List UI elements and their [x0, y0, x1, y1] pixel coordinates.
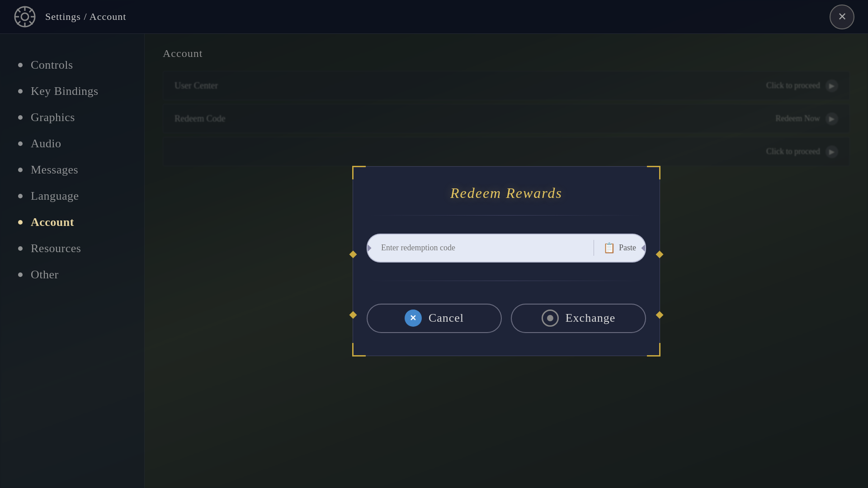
sidebar: Controls Key Bindings Graphics Audio Mes…: [0, 34, 145, 488]
dot-icon: [18, 63, 23, 67]
exchange-label: Exchange: [566, 311, 616, 325]
modal-title: Redeem Rewards: [353, 167, 660, 215]
cancel-label: Cancel: [429, 311, 464, 325]
main-panel: Account User Center Click to proceed ▶ R…: [145, 34, 868, 488]
diamond-decoration: [656, 250, 664, 258]
redemption-code-input[interactable]: [368, 235, 594, 262]
paste-label: Paste: [619, 243, 636, 253]
dot-icon: [18, 246, 23, 251]
sidebar-item-other[interactable]: Other: [14, 262, 131, 288]
sidebar-label-language: Language: [31, 189, 79, 203]
dot-icon: [18, 89, 23, 94]
close-button[interactable]: ✕: [830, 5, 854, 29]
paste-button[interactable]: 📋 Paste: [594, 235, 645, 262]
paste-icon: 📋: [603, 242, 615, 254]
cancel-button[interactable]: ✕ Cancel: [367, 304, 502, 333]
dot-icon: [18, 141, 23, 146]
exchange-icon: [542, 310, 559, 327]
sidebar-label-account: Account: [31, 216, 74, 229]
dot-icon: [18, 220, 23, 225]
sidebar-label-audio: Audio: [31, 137, 61, 150]
corner-decoration-bl: [352, 343, 366, 357]
sidebar-label-controls: Controls: [31, 58, 73, 72]
corner-decoration-tl: [352, 166, 366, 179]
exchange-icon-inner: [547, 315, 553, 321]
settings-container: Settings / Account ✕ Controls Key Bindin…: [0, 0, 868, 488]
sidebar-label-messages: Messages: [31, 163, 78, 177]
redemption-input-container: 📋 Paste: [367, 234, 646, 263]
sidebar-item-account[interactable]: Account: [14, 209, 131, 235]
sidebar-label-key-bindings: Key Bindings: [31, 84, 99, 98]
sidebar-item-language[interactable]: Language: [14, 183, 131, 209]
modal-overlay: Redeem Rewards 📋 Paste: [145, 34, 868, 488]
modal-divider-bottom: [367, 281, 646, 281]
sidebar-item-graphics[interactable]: Graphics: [14, 104, 131, 131]
sidebar-item-audio[interactable]: Audio: [14, 131, 131, 157]
header: Settings / Account ✕: [0, 0, 868, 34]
sidebar-item-key-bindings[interactable]: Key Bindings: [14, 78, 131, 104]
settings-icon: [14, 5, 36, 28]
svg-point-1: [21, 13, 28, 20]
sidebar-item-resources[interactable]: Resources: [14, 235, 131, 262]
corner-decoration-tr: [647, 166, 660, 179]
modal-button-row: ✕ Cancel Exchange: [353, 304, 660, 333]
dot-icon: [18, 168, 23, 172]
modal-divider-top: [367, 215, 646, 216]
dot-icon: [18, 272, 23, 277]
sidebar-label-other: Other: [31, 268, 59, 282]
cancel-icon: ✕: [405, 310, 422, 327]
diamond-decoration: [349, 250, 357, 258]
exchange-button[interactable]: Exchange: [511, 304, 646, 333]
dot-icon: [18, 115, 23, 120]
sidebar-item-messages[interactable]: Messages: [14, 157, 131, 183]
corner-decoration-br: [647, 343, 660, 357]
sidebar-label-graphics: Graphics: [31, 111, 75, 124]
sidebar-label-resources: Resources: [31, 242, 81, 255]
sidebar-item-controls[interactable]: Controls: [14, 52, 131, 78]
content-area: Controls Key Bindings Graphics Audio Mes…: [0, 34, 868, 488]
dot-icon: [18, 194, 23, 198]
modal-dialog: Redeem Rewards 📋 Paste: [353, 166, 660, 356]
header-title: Settings / Account: [45, 11, 126, 23]
